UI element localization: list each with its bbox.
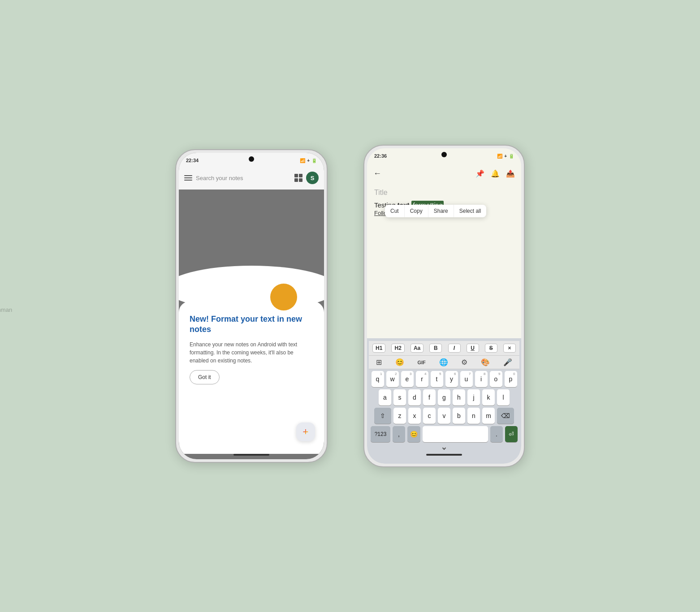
key-m[interactable]: m	[482, 408, 495, 424]
key-z[interactable]: z	[393, 408, 406, 424]
feature-title: New! Format your text in new notes	[190, 314, 313, 335]
clear-format-button[interactable]: ×	[503, 344, 516, 353]
note-area[interactable]: Cut Copy Share Select all Title Testing …	[367, 185, 521, 338]
signal-icon: +	[307, 158, 310, 163]
phone1-screen: 22:34 📶 + 🔋 Search your notes	[179, 153, 324, 459]
key-f[interactable]: f	[423, 389, 436, 405]
power-btn-2[interactable]	[524, 199, 525, 217]
menu-icon[interactable]	[184, 175, 192, 181]
keyboard-translate-icon[interactable]: 🌐	[439, 358, 448, 366]
key-k[interactable]: k	[482, 389, 495, 405]
italic-button[interactable]: I	[448, 344, 461, 353]
volume-up-button[interactable]	[175, 195, 176, 213]
select-all-button[interactable]: Select all	[454, 205, 487, 217]
volume-buttons	[175, 195, 176, 235]
key-x[interactable]: x	[408, 408, 421, 424]
pin-icon[interactable]: 📌	[475, 169, 484, 178]
title-placeholder[interactable]: Title	[374, 189, 388, 197]
search-placeholder: Search your notes	[196, 175, 243, 181]
signal-icon-2: +	[504, 154, 507, 159]
key-a[interactable]: a	[379, 389, 391, 405]
keyboard-theme-icon[interactable]: 🎨	[481, 358, 490, 366]
space-key[interactable]	[423, 426, 488, 442]
volume-down-button[interactable]	[175, 217, 176, 235]
avatar[interactable]: S	[306, 172, 319, 184]
copy-button[interactable]: Copy	[405, 205, 428, 217]
key-v[interactable]: v	[438, 408, 450, 424]
plus-icon: +	[303, 427, 309, 437]
decorative-blob	[179, 266, 324, 310]
key-d[interactable]: d	[408, 389, 421, 405]
emoji-key[interactable]: 😊	[407, 426, 420, 442]
key-row-1: q1 w2 e3 r4 t5 y6 u7 i8 o9 p0	[370, 371, 519, 387]
keyboard-mic-icon[interactable]: 🎤	[503, 358, 512, 366]
watermark-line1: Follow	[0, 298, 12, 306]
keyboard: H1 H2 Aa B I U S × ⊞ 😊 GIF 🌐 ⚙ 🎨 🎤	[367, 338, 521, 464]
reminder-icon[interactable]: 🔔	[491, 169, 500, 178]
key-s[interactable]: s	[393, 389, 406, 405]
key-p[interactable]: p0	[505, 371, 517, 387]
bold-button[interactable]: B	[429, 344, 442, 353]
keyboard-gif-icon[interactable]: GIF	[417, 360, 425, 365]
home-indicator-2	[426, 454, 462, 456]
phone2-topbar: ← 📌 🔔 📤	[367, 162, 521, 185]
key-u[interactable]: u7	[460, 371, 473, 387]
key-w[interactable]: w2	[386, 371, 399, 387]
power-button	[327, 204, 328, 222]
wifi-icon-2: 📶	[497, 154, 502, 159]
strikethrough-button[interactable]: S	[485, 344, 497, 353]
key-l[interactable]: l	[497, 389, 510, 405]
grid-view-icon[interactable]	[294, 174, 302, 182]
feature-card: New! Format your text in new notes Enhan…	[179, 302, 324, 454]
watermark: Follow @MishaalRahman	[0, 298, 12, 314]
keyboard-apps-icon[interactable]: ⊞	[376, 358, 382, 366]
keyboard-rows: q1 w2 e3 r4 t5 y6 u7 i8 o9 p0 a s d f	[369, 369, 519, 444]
shift-key[interactable]: ⇧	[374, 408, 391, 424]
phone1-content: New! Format your text in new notes Enhan…	[179, 190, 324, 454]
key-i[interactable]: i8	[475, 371, 488, 387]
key-t[interactable]: t5	[431, 371, 443, 387]
watermark-line2: @MishaalRahman	[0, 306, 12, 314]
key-q[interactable]: q1	[372, 371, 384, 387]
underline-button[interactable]: U	[467, 344, 479, 353]
period-key[interactable]: .	[490, 426, 503, 442]
share-button[interactable]: Share	[428, 205, 454, 217]
battery-icon-2: 🔋	[509, 154, 514, 159]
key-j[interactable]: j	[467, 389, 480, 405]
keyboard-settings-icon[interactable]: ⚙	[461, 358, 467, 366]
fab-button[interactable]: +	[296, 422, 315, 441]
comma-key[interactable]: ,	[393, 426, 405, 442]
key-b[interactable]: b	[453, 408, 465, 424]
key-c[interactable]: c	[423, 408, 436, 424]
power-button-btn[interactable]	[327, 204, 328, 222]
key-e[interactable]: e3	[401, 371, 414, 387]
h2-button[interactable]: H2	[391, 344, 404, 353]
key-y[interactable]: y6	[445, 371, 458, 387]
archive-icon[interactable]: 📤	[506, 169, 515, 178]
key-g[interactable]: g	[438, 389, 450, 405]
back-button[interactable]: ←	[373, 169, 381, 178]
aa-button[interactable]: Aa	[410, 344, 423, 353]
keyboard-sticker-icon[interactable]: 😊	[395, 358, 404, 366]
status-time-2: 22:36	[374, 153, 387, 159]
search-bar[interactable]: Search your notes	[196, 175, 291, 181]
got-it-button[interactable]: Got it	[190, 370, 220, 384]
phone-2: 22:36 📶 + 🔋 ← 📌 🔔 📤 Cut Copy Share	[363, 145, 525, 467]
home-indicator-1	[233, 454, 269, 456]
phone-1: 22:34 📶 + 🔋 Search your notes	[175, 149, 328, 463]
h1-button[interactable]: H1	[372, 344, 385, 353]
collapse-keyboard-icon[interactable]	[442, 446, 446, 450]
key-n[interactable]: n	[467, 408, 480, 424]
key-h[interactable]: h	[453, 389, 465, 405]
num-key[interactable]: ?123	[371, 426, 390, 442]
context-menu: Cut Copy Share Select all	[385, 205, 486, 217]
cut-button[interactable]: Cut	[385, 205, 405, 217]
avatar-letter: S	[311, 175, 315, 181]
feature-description: Enhance your new notes on Android with t…	[190, 340, 313, 365]
key-r[interactable]: r4	[416, 371, 428, 387]
delete-key[interactable]: ⌫	[497, 408, 514, 424]
enter-key[interactable]: ⏎	[505, 426, 518, 442]
camera-notch	[249, 156, 254, 162]
status-time-1: 22:34	[186, 158, 199, 163]
key-o[interactable]: o9	[490, 371, 502, 387]
